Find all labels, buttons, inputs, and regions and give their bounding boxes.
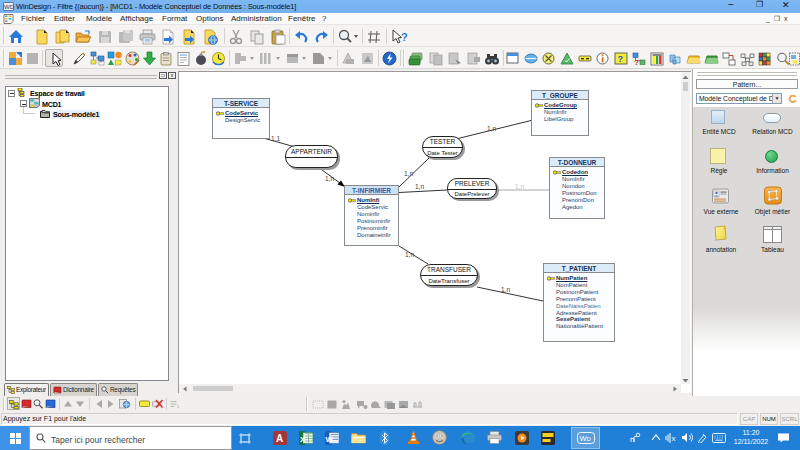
svg-text:1,n: 1,n	[325, 175, 334, 182]
svg-text:1,1: 1,1	[271, 135, 280, 142]
svg-text:?: ?	[401, 31, 408, 43]
svg-text:1,n: 1,n	[487, 125, 496, 132]
svg-text:1,n: 1,n	[415, 183, 424, 190]
svg-text:1,n: 1,n	[404, 170, 413, 177]
svg-text:?: ?	[634, 58, 639, 66]
svg-text:1,n: 1,n	[515, 183, 524, 190]
svg-text:WD: WD	[580, 434, 592, 443]
svg-text:1,n: 1,n	[501, 286, 510, 293]
svg-text:?: ?	[618, 54, 624, 64]
svg-text:A: A	[276, 433, 283, 444]
svg-text:X: X	[300, 435, 306, 444]
svg-text:W: W	[326, 435, 334, 444]
svg-text:1,n: 1,n	[405, 251, 414, 258]
svg-text:x: x	[672, 434, 676, 443]
